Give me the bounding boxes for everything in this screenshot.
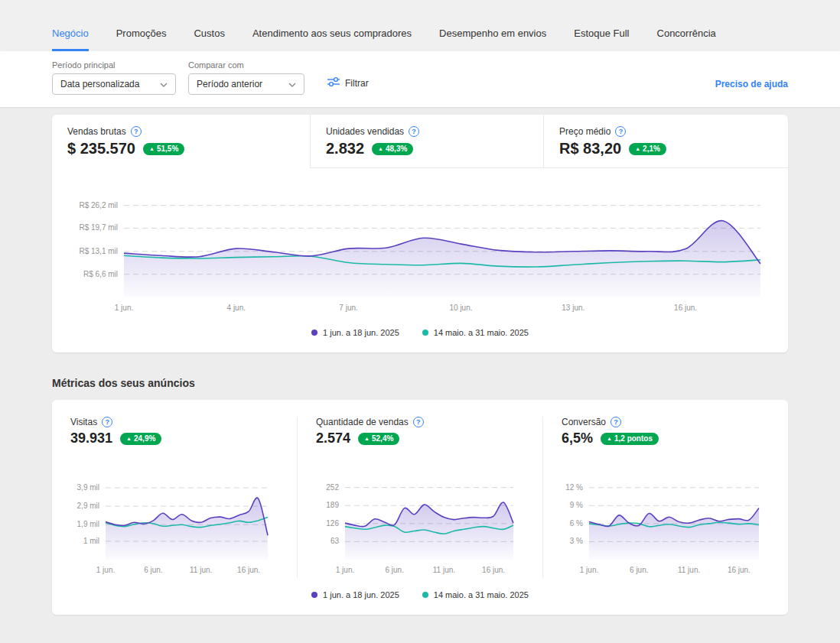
main-chart-area: R$ 26,2 milR$ 19,7 milR$ 13,1 milR$ 6,6 … <box>52 168 788 316</box>
svg-text:9 %: 9 % <box>570 501 583 509</box>
legend-label: 1 jun. a 18 jun. 2025 <box>323 590 399 599</box>
tab-negocio[interactable]: Negócio <box>52 20 89 51</box>
svg-text:13 jun.: 13 jun. <box>562 304 584 312</box>
period-select-value: Data personalizada <box>60 79 139 89</box>
trend-badge-value: 1,2 pontos <box>614 435 653 443</box>
legend-dot-previous <box>422 592 428 598</box>
metric-label: Conversão <box>562 417 606 427</box>
tab-desempenho-envios[interactable]: Desempenho em envios <box>439 20 546 51</box>
help-icon[interactable]: ? <box>413 417 424 427</box>
sales-line-chart[interactable]: R$ 26,2 milR$ 19,7 milR$ 13,1 milR$ 6,6 … <box>61 190 771 316</box>
period-group: Período principal Data personalizada <box>52 60 176 95</box>
svg-text:11 jun.: 11 jun. <box>190 566 212 574</box>
svg-text:16 jun.: 16 jun. <box>237 566 260 574</box>
kpi-tab-unidades-vendidas[interactable]: Unidades vendidas ? 2.832 ▲48,3% <box>310 115 543 168</box>
trend-badge: ▲52,4% <box>358 433 399 445</box>
metric-visitas: Visitas ? 39.931 ▲24,9% 3,9 mil2,9 mil1,… <box>52 417 297 578</box>
svg-text:7 jun.: 7 jun. <box>339 304 357 312</box>
tab-estoque-full[interactable]: Estoque Full <box>574 20 629 51</box>
up-arrow-icon: ▲ <box>149 146 155 151</box>
up-arrow-icon: ▲ <box>635 146 640 151</box>
kpi-value: R$ 83,20 <box>559 140 621 158</box>
up-arrow-icon: ▲ <box>378 146 383 151</box>
svg-text:1 jun.: 1 jun. <box>115 304 133 312</box>
svg-text:6 jun.: 6 jun. <box>144 566 162 574</box>
trend-badge-value: 2,1% <box>643 145 660 153</box>
kpi-tabs: Vendas brutas ? $ 235.570 ▲51,5% Unidade… <box>52 115 788 168</box>
help-icon[interactable]: ? <box>131 126 142 137</box>
chart-legend: 1 jun. a 18 jun. 2025 14 maio. a 31 maio… <box>52 316 788 352</box>
legend-label: 1 jun. a 18 jun. 2025 <box>323 328 399 337</box>
trend-badge-value: 52,4% <box>372 435 393 443</box>
tab-atendimento[interactable]: Atendimento aos seus compradores <box>252 20 412 51</box>
svg-text:252: 252 <box>326 483 339 492</box>
svg-text:R$ 26,2 mil: R$ 26,2 mil <box>79 201 118 209</box>
filter-button[interactable]: Filtrar <box>327 76 369 89</box>
dashboard-content: Vendas brutas ? $ 235.570 ▲51,5% Unidade… <box>0 107 840 615</box>
svg-text:11 jun.: 11 jun. <box>678 566 700 574</box>
trend-badge: ▲51,5% <box>143 143 184 155</box>
visitas-line-chart[interactable]: 3,9 mil2,9 mil1,9 mil1 mil1 jun.6 jun.11… <box>70 471 278 578</box>
svg-text:16 jun.: 16 jun. <box>674 304 697 312</box>
compare-select-value: Período anterior <box>197 79 262 89</box>
metric-label: Visitas <box>70 417 97 427</box>
svg-text:11 jun.: 11 jun. <box>433 566 455 574</box>
svg-text:1 jun.: 1 jun. <box>336 566 354 574</box>
kpi-value: $ 235.570 <box>67 140 135 158</box>
svg-text:4 jun.: 4 jun. <box>227 304 246 312</box>
up-arrow-icon: ▲ <box>364 436 370 441</box>
svg-text:R$ 13,1 mil: R$ 13,1 mil <box>79 247 118 255</box>
help-icon[interactable]: ? <box>615 126 626 137</box>
svg-text:16 jun.: 16 jun. <box>728 566 750 574</box>
metric-value: 39.931 <box>70 430 112 447</box>
help-link[interactable]: Preciso de ajuda <box>715 79 788 89</box>
svg-text:6 jun.: 6 jun. <box>630 566 648 574</box>
svg-text:6 jun.: 6 jun. <box>385 566 403 574</box>
filter-button-label: Filtrar <box>345 78 369 89</box>
svg-text:R$ 19,7 mil: R$ 19,7 mil <box>79 223 118 232</box>
legend-item-current: 1 jun. a 18 jun. 2025 <box>311 328 399 337</box>
svg-text:1 jun.: 1 jun. <box>580 566 598 574</box>
help-icon[interactable]: ? <box>409 126 419 137</box>
legend-dot-current <box>311 330 317 336</box>
svg-text:126: 126 <box>326 519 339 528</box>
trend-badge: ▲1,2 pontos <box>601 433 659 445</box>
svg-text:6 %: 6 % <box>570 519 583 528</box>
metric-conversao: Conversão ? 6,5% ▲1,2 pontos 12 %9 %6 %3… <box>542 417 788 578</box>
filter-sliders-icon <box>327 76 340 89</box>
vendas-line-chart[interactable]: 252189126631 jun.6 jun.11 jun.16 jun. <box>316 471 524 578</box>
kpi-label: Preço médio <box>559 126 610 137</box>
legend-label: 14 maio. a 31 maio. 2025 <box>434 328 529 337</box>
legend-dot-previous <box>422 330 428 336</box>
tab-custos[interactable]: Custos <box>194 20 224 51</box>
trend-badge: ▲2,1% <box>629 143 666 155</box>
tab-concorrencia[interactable]: Concorrência <box>657 20 716 51</box>
kpi-value: 2.832 <box>326 140 364 158</box>
tab-promocoes[interactable]: Promoções <box>116 20 167 51</box>
filter-bar: Período principal Data personalizada Com… <box>0 51 840 107</box>
trend-badge: ▲24,9% <box>120 433 161 445</box>
svg-text:1 mil: 1 mil <box>83 537 99 545</box>
legend-item-previous: 14 maio. a 31 maio. 2025 <box>422 328 529 337</box>
help-icon[interactable]: ? <box>610 417 621 427</box>
help-icon[interactable]: ? <box>102 417 112 427</box>
period-label: Período principal <box>52 60 176 70</box>
svg-text:1,9 mil: 1,9 mil <box>77 520 99 528</box>
chevron-down-icon <box>288 79 296 89</box>
metrics-section-title: Métricas dos seus anúncios <box>52 377 788 389</box>
metric-value: 2.574 <box>316 430 350 447</box>
period-select[interactable]: Data personalizada <box>52 73 176 95</box>
conversao-line-chart[interactable]: 12 %9 %6 %3 %1 jun.6 jun.11 jun.16 jun. <box>562 471 770 578</box>
svg-text:1 jun.: 1 jun. <box>96 566 115 574</box>
svg-text:10 jun.: 10 jun. <box>449 304 472 312</box>
metric-value: 6,5% <box>562 430 593 447</box>
metric-label: Quantidade de vendas <box>316 417 409 427</box>
kpi-tab-preco-medio[interactable]: Preço médio ? R$ 83,20 ▲2,1% <box>543 115 788 168</box>
compare-select[interactable]: Período anterior <box>188 73 304 95</box>
up-arrow-icon: ▲ <box>126 436 132 441</box>
metrics-grid: Visitas ? 39.931 ▲24,9% 3,9 mil2,9 mil1,… <box>52 417 788 578</box>
trend-badge-value: 24,9% <box>134 435 155 443</box>
chevron-down-icon <box>160 79 168 89</box>
kpi-tab-vendas-brutas[interactable]: Vendas brutas ? $ 235.570 ▲51,5% <box>52 115 310 168</box>
nav-tabs: Negócio Promoções Custos Atendimento aos… <box>52 20 716 51</box>
